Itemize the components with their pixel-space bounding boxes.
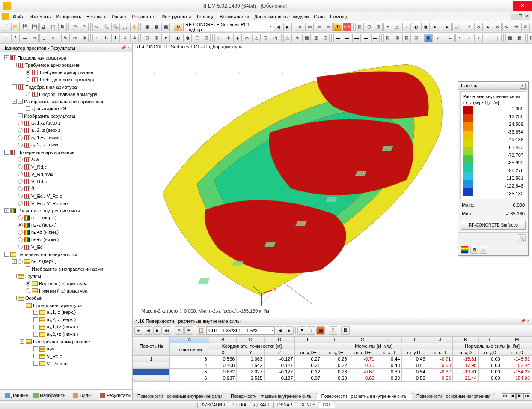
tree-node[interactable]: -Группы [1,272,131,280]
undo-icon[interactable]: ↶ [71,23,79,31]
results-on-icon[interactable]: 📊 [452,23,461,31]
tab-nav-icon[interactable]: ▶ [516,393,523,399]
end1-icon[interactable]: ⊡ [527,34,532,42]
menu-Таблица[interactable]: Таблица [193,13,217,20]
navigator-tree[interactable]: -Продольная арматура-Требуемое армирован… [0,52,132,389]
tab-views[interactable]: Виды [66,390,99,400]
tree-node[interactable]: Изобразить в направлении арми [1,265,131,272]
panel-filter-icon[interactable]: ⌕ [480,246,487,254]
tbl-calc-icon[interactable]: 🖩 [341,326,350,335]
tree-node[interactable]: V_Rd,max [1,170,131,178]
zoom-extents-icon[interactable]: ⛶ [121,23,129,31]
arc-icon[interactable]: ◡ [39,34,48,42]
tree-node[interactable]: V_Ed [1,243,131,251]
copy-icon[interactable]: 📋 [49,23,57,31]
tree-node[interactable]: -Требуемое армирование [1,61,131,69]
menu-Результаты[interactable]: Результаты [129,13,159,20]
sheet-tab[interactable]: Поверхности - расчетные внутренние силы [317,393,412,400]
print-icon[interactable]: 🖨 [39,23,48,31]
dropdown1-icon[interactable]: ▾ [161,34,170,42]
load5-icon[interactable]: ⤋ [130,34,139,42]
tree-node[interactable]: aₛ,2,-z (верх.) [1,127,131,134]
tree-node[interactable]: -Особый [1,294,131,302]
tree-node[interactable]: n₁,-z (верх.) [1,214,131,221]
tbl-next-icon[interactable]: ▶ [153,326,162,335]
misc-d-icon[interactable]: ▥ [312,34,320,42]
line-icon[interactable]: / [11,34,20,42]
panel-module-button[interactable]: RF-CONCRETE Surfaces [461,221,526,230]
supports-icon[interactable]: △ [393,23,401,31]
save-icon[interactable]: 💾 [21,23,29,31]
misc1-icon[interactable]: ⚬ [465,23,473,31]
tbl-prev-lc-icon[interactable]: ◀ [276,326,284,335]
edit3-icon[interactable]: ⊕ [80,34,89,42]
preview-icon[interactable]: 🗎 [58,23,67,31]
tree-node[interactable]: Изобразить результаты [1,112,131,119]
edit2-icon[interactable]: ✂ [71,34,79,42]
view-btn-icon[interactable]: 5.5 [343,23,351,31]
res7-icon[interactable]: ⊞ [393,34,401,42]
view-z-icon[interactable]: ▭ [324,23,333,31]
view-y-icon[interactable]: ▭ [315,23,323,31]
render2-icon[interactable]: ◑ [421,23,430,31]
data-grid[interactable]: Пов-сть №ABCDEFGHIJKLMТочка сеткиКоордин… [133,336,532,382]
close-button[interactable]: ✕ [513,1,532,11]
tbl-last-icon[interactable]: ⏭ [163,326,171,335]
tree-node[interactable]: aₛ,1,+z (нижн.) [1,134,131,141]
view-x-icon[interactable]: ▭ [305,23,314,31]
sheet-tab[interactable]: Поверхности - главные внутренние силы [226,393,317,400]
grid-icon[interactable]: ⊞ [355,23,364,31]
panel-legend-icon[interactable] [461,246,469,254]
tab-nav-icon[interactable]: ⏮ [502,393,508,399]
res4-icon[interactable]: ▬ [362,34,370,42]
sheet-tab[interactable]: Поверхности - основные напряжения [412,393,495,400]
tree-node[interactable]: -Расчетные внутренние силы [1,207,131,214]
tool5-icon[interactable]: ⬚ [193,34,201,42]
status-toggle-OSNAP[interactable]: OSNAP [273,402,296,408]
tree-node[interactable]: Подобр. главная арматура [1,90,131,98]
menu-Инструменты[interactable]: Инструменты [159,13,194,20]
load3-icon[interactable]: ⬇ [111,34,120,42]
table-combo[interactable]: CH1 - 1.35*ЗГ1 + 1.5*З [206,326,275,335]
select-icon[interactable]: ↖ [92,23,101,31]
tree-node[interactable]: -Продольная арматура [1,302,131,309]
tree-node[interactable]: -Изобразить направление армирован [1,98,131,105]
new-icon[interactable]: 📄 [2,23,10,31]
misc7-icon[interactable]: ⟳ [521,23,530,31]
tree-node[interactable]: Треб. дополнит. арматура [1,76,131,83]
snap3-icon[interactable]: ◈ [233,34,242,42]
panel-zoom-icon[interactable]: 🔍 [518,234,526,242]
tree-node[interactable]: V_Ed / V_Rd,c [1,192,131,200]
tab-nav-icon[interactable]: ⏭ [523,393,530,399]
redo-icon[interactable]: ↷ [80,23,89,31]
loads-icon[interactable]: ↓ [402,23,411,31]
navigator-icon[interactable]: ▦ [143,23,151,31]
snap2-icon[interactable]: ⊕ [224,34,232,42]
tool2-icon[interactable]: ⊞ [152,34,160,42]
snap7-icon[interactable]: ◁ [271,34,279,42]
tbl-color-icon[interactable]: ▦ [316,326,325,335]
status-toggle-ФИКСАЦИЯ[interactable]: ФИКСАЦИЯ [197,402,229,408]
menu-Расчет[interactable]: Расчет [109,13,129,20]
misc4-icon[interactable]: ✕ [493,23,502,31]
tree-node[interactable]: -Поперечное армирование [1,149,131,156]
tbl-next-lc-icon[interactable]: ▶ [285,326,294,335]
minimize-button[interactable]: ─ [474,1,493,11]
tree-node[interactable]: Верхняя (-z) арматура [1,280,131,287]
dim3-icon[interactable]: ⤢ [465,34,473,42]
tree-node[interactable]: V_Rd,s [1,178,131,185]
status-toggle-DXF[interactable]: DXF [319,402,335,408]
tree-node[interactable]: n₁,+z (нижн.) [1,229,131,236]
tree-node[interactable]: -Подобранная арматура [1,83,131,90]
panel-icon[interactable]: ▦ [161,23,170,31]
grid2-icon[interactable]: ⊞ [365,23,373,31]
tree-node[interactable]: -n₂,-z (верх.) [1,258,131,265]
menu-Окно[interactable]: Окно [311,13,327,20]
prev-case-icon[interactable]: ◀ [274,23,282,31]
tree-node[interactable]: n₂,+z (нижн.) [1,236,131,243]
res6-icon[interactable]: ⊞ [383,34,392,42]
tree-node[interactable]: Требуемое армирование [1,69,131,76]
misc-b-icon[interactable]: ⊗ [293,34,301,42]
table-pin-icon[interactable]: 📌 × [520,319,529,323]
dim1-icon[interactable]: ↔ [446,34,455,42]
